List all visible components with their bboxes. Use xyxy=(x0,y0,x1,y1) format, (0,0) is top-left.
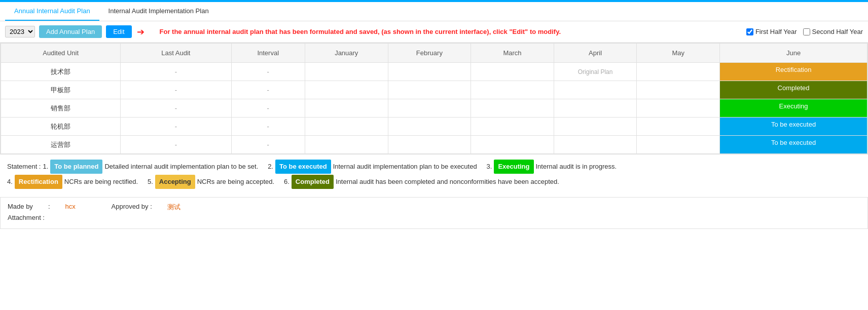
table-cell: 运营部 xyxy=(1,136,121,154)
year-select[interactable]: 2023 2022 2024 xyxy=(5,26,35,37)
table-cell xyxy=(554,136,637,154)
table-cell: - xyxy=(121,99,231,118)
th-audited-unit: Audited Unit xyxy=(1,44,121,63)
status-badge: Rectification xyxy=(720,63,867,81)
table-cell xyxy=(388,118,471,136)
table-cell xyxy=(388,63,471,81)
table-cell: - xyxy=(231,63,305,81)
first-half-text: First Half Year xyxy=(755,28,797,35)
made-by-value: hcx xyxy=(65,203,76,212)
table-row: 运营部--To be executed xyxy=(1,136,867,154)
table-row: 销售部--Executing xyxy=(1,99,867,118)
toolbar: 2023 2022 2024 Add Annual Plan Edit ➔ Fo… xyxy=(0,21,868,43)
june-status-cell: Completed xyxy=(720,81,867,99)
table-cell xyxy=(471,63,554,81)
table-cell xyxy=(305,118,388,136)
stmt-num-4: 4. xyxy=(7,175,13,188)
stmt-text-3: Internal audit is in progress. xyxy=(536,160,617,173)
table-cell: 轮机部 xyxy=(1,118,121,136)
tab-implementation-plan[interactable]: Internal Audit Implementation Plan xyxy=(99,2,218,21)
approved-by-value: 测试 xyxy=(167,203,180,212)
th-june: June xyxy=(720,44,867,63)
table-header-row: Audited Unit Last Audit Interval January… xyxy=(1,44,867,63)
stmt-text-6: Internal audit has been completed and no… xyxy=(336,175,559,188)
table-cell: - xyxy=(231,136,305,154)
th-interval: Interval xyxy=(231,44,305,63)
first-half-label[interactable]: First Half Year xyxy=(746,28,797,35)
table-cell: Original Plan xyxy=(554,63,637,81)
stmt-num-3: 3. xyxy=(487,160,492,173)
tab-annual-plan[interactable]: Annual Internal Audit Plan xyxy=(5,2,99,21)
audit-table: Audited Unit Last Audit Interval January… xyxy=(1,43,867,154)
june-status-cell: To be executed xyxy=(720,136,867,154)
stmt-text-1: Detailed internal audit implementation p… xyxy=(104,160,258,173)
table-cell xyxy=(388,99,471,118)
table-cell xyxy=(554,99,637,118)
june-status-cell: To be executed xyxy=(720,118,867,136)
table-body: 技术部--Original PlanRectification甲板部--Comp… xyxy=(1,63,867,154)
table-cell xyxy=(388,81,471,99)
th-april: April xyxy=(554,44,637,63)
table-cell xyxy=(305,99,388,118)
stmt-num-5: 5. xyxy=(148,175,153,188)
audit-table-container: Audited Unit Last Audit Interval January… xyxy=(0,43,868,154)
made-by-label: Made by xyxy=(8,203,33,212)
table-cell xyxy=(637,118,720,136)
table-cell: - xyxy=(121,136,231,154)
table-cell xyxy=(471,118,554,136)
table-cell xyxy=(637,136,720,154)
table-cell: 甲板部 xyxy=(1,81,121,99)
arrow-icon: ➔ xyxy=(137,26,144,37)
table-cell xyxy=(554,81,637,99)
table-cell xyxy=(637,81,720,99)
half-year-checkboxes: First Half Year Second Half Year xyxy=(746,28,863,35)
stmt-num-1: 1. xyxy=(43,160,48,173)
table-row: 甲板部--Completed xyxy=(1,81,867,99)
table-row: 技术部--Original PlanRectification xyxy=(1,63,867,81)
table-cell: - xyxy=(231,118,305,136)
table-cell xyxy=(305,81,388,99)
table-cell: - xyxy=(231,81,305,99)
edit-button[interactable]: Edit xyxy=(106,25,131,38)
stmt-num-2: 2. xyxy=(268,160,273,173)
stmt-num-6: 6. xyxy=(284,175,290,188)
table-cell xyxy=(471,81,554,99)
second-half-text: Second Half Year xyxy=(812,28,863,35)
first-half-checkbox[interactable] xyxy=(746,28,753,35)
table-cell xyxy=(554,118,637,136)
table-cell xyxy=(305,63,388,81)
june-status-cell: Rectification xyxy=(720,63,867,81)
table-cell xyxy=(471,99,554,118)
table-cell: 技术部 xyxy=(1,63,121,81)
table-cell xyxy=(388,136,471,154)
table-cell xyxy=(637,63,720,81)
hint-text: For the annual internal audit plan that … xyxy=(160,28,561,35)
second-half-checkbox[interactable] xyxy=(803,28,810,35)
th-march: March xyxy=(471,44,554,63)
footer-section: Made by : hcx Approved by : 测试 Attachmen… xyxy=(0,197,868,229)
add-annual-plan-button[interactable]: Add Annual Plan xyxy=(39,25,102,38)
table-cell: - xyxy=(121,63,231,81)
statement-section: Statement : 1. To be planned Detailed in… xyxy=(0,154,868,194)
table-cell: - xyxy=(121,81,231,99)
second-half-label[interactable]: Second Half Year xyxy=(803,28,863,35)
june-status-cell: Executing xyxy=(720,99,867,118)
statement-row-1: Statement : 1. To be planned Detailed in… xyxy=(7,160,861,174)
stmt-text-4: NCRs are being rectified. xyxy=(64,175,138,188)
status-badge: To be executed xyxy=(720,118,867,135)
badge-completed: Completed xyxy=(292,175,334,189)
th-january: January xyxy=(305,44,388,63)
stmt-text-2: Internal audit implementation plan to be… xyxy=(333,160,477,173)
th-may: May xyxy=(637,44,720,63)
statement-row-2: 4. Rectification NCRs are being rectifie… xyxy=(7,175,861,189)
tab-bar: Annual Internal Audit Plan Internal Audi… xyxy=(0,2,868,21)
badge-rectification: Rectification xyxy=(15,175,62,189)
table-cell xyxy=(305,136,388,154)
status-badge: Executing xyxy=(720,99,867,117)
badge-planned: To be planned xyxy=(50,160,102,174)
footer-row-1: Made by : hcx Approved by : 测试 xyxy=(8,203,860,212)
table-cell: 销售部 xyxy=(1,99,121,118)
year-dropdown[interactable]: 2023 2022 2024 xyxy=(5,26,35,37)
table-cell xyxy=(471,136,554,154)
table-row: 轮机部--To be executed xyxy=(1,118,867,136)
